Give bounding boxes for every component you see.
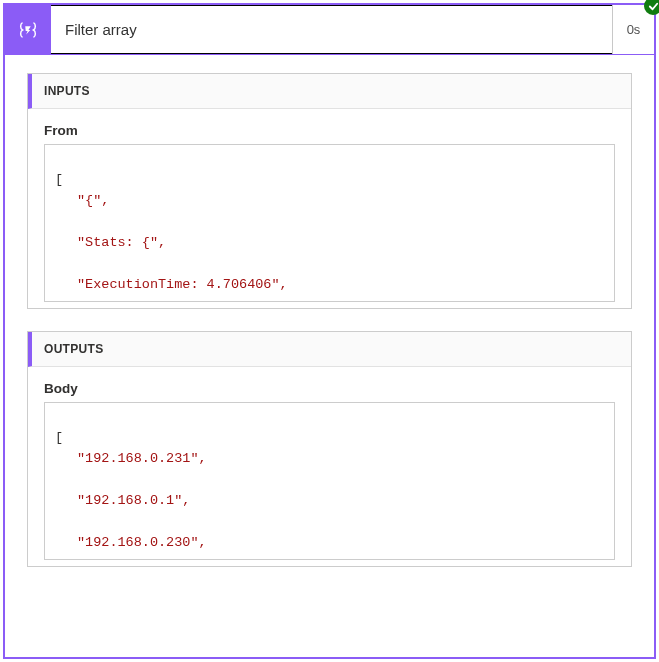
inputs-panel-header: INPUTS — [28, 74, 631, 109]
outputs-panel: OUTPUTS Body [ "192.168.0.231", "192.168… — [27, 331, 632, 567]
code-line: "Stats: {", — [55, 233, 608, 254]
inputs-panel: INPUTS From [ "{", "Stats: {", "Executio… — [27, 73, 632, 309]
code-line: "192.168.0.230", — [55, 533, 608, 554]
action-header[interactable]: Filter array 0s — [5, 5, 654, 55]
action-body: INPUTS From [ "{", "Stats: {", "Executio… — [5, 55, 654, 607]
code-line: "ExecutionTime: 4.706406", — [55, 275, 608, 296]
inputs-code-box[interactable]: [ "{", "Stats: {", "ExecutionTime: 4.706… — [44, 144, 615, 302]
inputs-field-label: From — [44, 123, 615, 138]
code-line: "192.168.0.1", — [55, 491, 608, 512]
outputs-panel-header: OUTPUTS — [28, 332, 631, 367]
code-line: "192.168.0.231", — [55, 449, 608, 470]
action-duration: 0s — [612, 5, 654, 54]
action-card: Filter array 0s INPUTS From [ "{", "Stat… — [3, 3, 656, 659]
action-title: Filter array — [51, 5, 612, 54]
code-line: "{", — [55, 191, 608, 212]
filter-array-icon — [5, 5, 51, 54]
outputs-field-label: Body — [44, 381, 615, 396]
outputs-code-box[interactable]: [ "192.168.0.231", "192.168.0.1", "192.1… — [44, 402, 615, 560]
